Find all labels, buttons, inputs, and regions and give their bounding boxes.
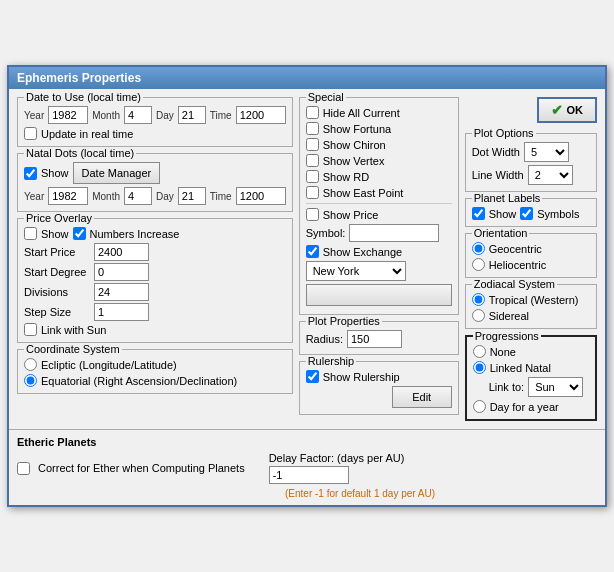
delay-factor-field[interactable] [269,466,349,484]
natal-day-field[interactable] [178,187,206,205]
date-month-field[interactable] [124,106,152,124]
symbol-field[interactable] [349,224,439,242]
zodiacal-system-label: Zodiacal System [472,278,557,290]
show-fortuna-checkbox[interactable] [306,122,319,135]
dialog-title: Ephemeris Properties [17,71,141,85]
correct-ether-checkbox[interactable] [17,462,30,475]
plot-options-label: Plot Options [472,127,536,139]
price-show-checkbox[interactable] [24,227,37,240]
show-rulership-checkbox[interactable] [306,370,319,383]
update-realtime-checkbox[interactable] [24,127,37,140]
rulership-group: Rulership Show Rulership Edit [299,361,459,415]
planet-show-checkbox[interactable] [472,207,485,220]
equatorial-radio[interactable] [24,374,37,387]
price-show-label: Show [41,228,69,240]
show-exchange-checkbox[interactable] [306,245,319,258]
date-manager-button[interactable]: Date Manager [73,162,161,184]
show-price-checkbox[interactable] [306,208,319,221]
natal-time-label: Time [210,191,232,202]
sidereal-label: Sidereal [489,310,529,322]
show-vertex-checkbox[interactable] [306,154,319,167]
plot-properties-label: Plot Properties [306,315,382,327]
special-label: Special [306,91,346,103]
heliocentric-label: Heliocentric [489,259,546,271]
divisions-field[interactable] [94,283,149,301]
dialog-body: Date to Use (local time) Year Month Day … [9,89,605,429]
natal-month-label: Month [92,191,120,202]
etheric-row: Etheric Planets [17,436,597,448]
show-vertex-label: Show Vertex [323,155,385,167]
link-sun-checkbox[interactable] [24,323,37,336]
numbers-increase-label: Numbers Increase [90,228,180,240]
natal-show-checkbox[interactable] [24,167,37,180]
day-label: Day [156,110,174,121]
symbol-label: Symbol: [306,227,346,239]
title-bar: Ephemeris Properties [9,67,605,89]
start-price-field[interactable] [94,243,149,261]
date-year-field[interactable] [48,106,88,124]
planet-symbols-label: Symbols [537,208,579,220]
date-time-field[interactable] [236,106,286,124]
etheric-planets-title: Etheric Planets [17,436,96,448]
orientation-label: Orientation [472,227,530,239]
date-to-use-label: Date to Use (local time) [24,91,143,103]
numbers-increase-checkbox[interactable] [73,227,86,240]
show-east-point-checkbox[interactable] [306,186,319,199]
radius-field[interactable] [347,330,402,348]
planet-symbols-checkbox[interactable] [520,207,533,220]
month-label: Month [92,110,120,121]
show-chiron-checkbox[interactable] [306,138,319,151]
ok-button[interactable]: ✔ OK [537,97,598,123]
show-rd-checkbox[interactable] [306,170,319,183]
natal-dots-label: Natal Dots (local time) [24,147,136,159]
link-sun-label: Link with Sun [41,324,106,336]
add-xchq-button[interactable] [306,284,452,306]
price-overlay-label: Price Overlay [24,212,94,224]
zodiacal-system-group: Zodiacal System Tropical (Western) Sider… [465,284,597,329]
show-rd-label: Show RD [323,171,369,183]
natal-show-label: Show [41,167,69,179]
start-degree-label: Start Degree [24,266,94,278]
step-size-field[interactable] [94,303,149,321]
ecliptic-radio[interactable] [24,358,37,371]
link-to-label: Link to: [489,381,524,393]
dot-width-label: Dot Width [472,146,520,158]
edit-button[interactable]: Edit [392,386,452,408]
natal-month-field[interactable] [124,187,152,205]
natal-day-label: Day [156,191,174,202]
correct-ether-label: Correct for Ether when Computing Planets [38,462,245,474]
day-for-year-radio[interactable] [473,400,486,413]
column-1: Date to Use (local time) Year Month Day … [17,97,293,421]
linked-natal-radio[interactable] [473,361,486,374]
heliocentric-radio[interactable] [472,258,485,271]
dot-width-select[interactable]: 5 1234 [524,142,569,162]
date-day-field[interactable] [178,106,206,124]
show-east-point-label: Show East Point [323,187,404,199]
ephemeris-dialog: Ephemeris Properties Date to Use (local … [7,65,607,507]
hide-all-current-checkbox[interactable] [306,106,319,119]
geocentric-radio[interactable] [472,242,485,255]
start-price-label: Start Price [24,246,94,258]
tropical-radio[interactable] [472,293,485,306]
etheric-correct-row: Correct for Ether when Computing Planets… [17,452,597,484]
delay-col: Delay Factor: (days per AU) [269,452,405,484]
exchange-select[interactable]: New York [306,261,406,281]
radius-label: Radius: [306,333,343,345]
ecliptic-label: Ecliptic (Longitude/Latitude) [41,359,177,371]
plot-options-group: Plot Options Dot Width 5 1234 Line Width… [465,133,597,192]
line-width-select[interactable]: 1 2 345 [528,165,573,185]
show-exchange-label: Show Exchange [323,246,403,258]
none-radio[interactable] [473,345,486,358]
line-width-label: Line Width [472,169,524,181]
progressions-label: Progressions [473,330,541,342]
delay-factor-label: Delay Factor: (days per AU) [269,452,405,464]
link-to-select[interactable]: Sun Moon Mercury [528,377,583,397]
start-degree-field[interactable] [94,263,149,281]
coordinate-system-label: Coordinate System [24,343,122,355]
sidereal-radio[interactable] [472,309,485,322]
natal-year-field[interactable] [48,187,88,205]
rulership-label: Rulership [306,355,356,367]
year-label: Year [24,110,44,121]
planet-labels-group: Planet Labels Show Symbols [465,198,597,227]
natal-time-field[interactable] [236,187,286,205]
